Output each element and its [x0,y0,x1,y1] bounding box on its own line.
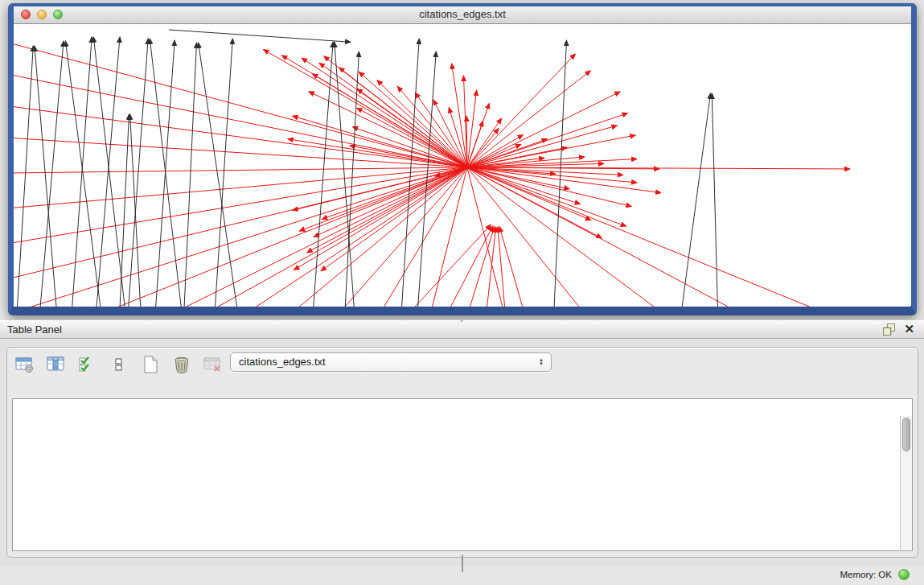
memory-status-indicator [898,569,910,580]
citation-edge-red[interactable] [309,92,467,167]
window-title: citations_edges.txt [14,6,911,23]
citation-edge-red[interactable] [467,167,708,307]
new-table-icon[interactable] [141,355,160,374]
citation-edge-red[interactable] [467,167,569,189]
citation-edge-red[interactable] [467,167,611,307]
minimize-window-button[interactable] [37,10,47,19]
memory-status-label: Memory: OK [840,570,892,579]
citation-edge-black[interactable] [214,39,232,307]
citation-edge-black[interactable] [127,39,148,307]
citation-edge-black[interactable] [553,40,566,307]
status-bar: Memory: OK [0,566,924,585]
citation-edge-red[interactable] [467,167,869,307]
citation-edge-red[interactable] [339,68,467,167]
citation-edge-black[interactable] [65,41,103,307]
citation-edge-black[interactable] [344,51,359,307]
citation-edge-red[interactable] [281,167,467,307]
dropdown-stepper-icon: ▲▼ [537,355,545,369]
delete-table-icon [203,355,223,374]
citation-edge-black[interactable] [119,114,129,307]
citation-edge-red[interactable] [467,167,581,204]
table-settings-icon[interactable] [15,355,35,374]
close-panel-icon[interactable]: ✕ [904,323,914,335]
table-panel-body: f(x) citations_edges.txt ▲▼ [0,339,924,566]
rows-icon[interactable] [109,355,129,374]
zoom-window-button[interactable] [53,10,63,19]
citation-edge-red[interactable] [88,167,467,307]
float-panel-icon[interactable] [883,323,894,335]
citation-edge-red[interactable] [153,167,467,307]
table-scrollbar[interactable] [900,416,912,550]
node-table-panel: f(x) citations_edges.txt ▲▼ [6,347,918,558]
citation-edge-black[interactable] [169,30,351,42]
citation-edge-red[interactable] [463,227,495,307]
citation-edge-red[interactable] [467,113,628,167]
traffic-lights [21,10,63,19]
citation-edge-red[interactable] [14,167,467,307]
node-table [12,398,913,551]
citation-edge-black[interactable] [712,93,718,307]
citation-edge-red[interactable] [415,93,467,167]
citation-edge-red[interactable] [14,167,467,295]
scrollbar-thumb[interactable] [902,418,910,451]
trash-icon[interactable] [172,355,191,374]
citation-edge-red[interactable] [14,25,467,167]
column-visibility-icon[interactable] [47,355,66,374]
citation-edge-red[interactable] [299,167,467,231]
citation-edge-red[interactable] [314,167,467,237]
citation-edge-red[interactable] [322,167,467,219]
citation-edge-red[interactable] [264,50,467,167]
table-panel-title: Table Panel [7,323,62,336]
table-panel-header: ⌃ Table Panel ✕ [0,320,924,339]
citation-edge-red[interactable] [467,92,620,167]
table-selector-value: citations_edges.txt [239,356,326,368]
citation-edge-black[interactable] [680,93,711,307]
citation-edge-red[interactable] [357,89,467,167]
citation-edge-black[interactable] [312,42,333,307]
window-titlebar[interactable]: citations_edges.txt [14,6,911,24]
panel-resize-grip[interactable]: ⌃ [457,321,466,325]
network-canvas[interactable] [14,24,910,307]
table-selector-dropdown[interactable]: citations_edges.txt ▲▼ [230,352,552,372]
citation-edge-red[interactable] [467,54,575,167]
citation-edge-black[interactable] [183,43,196,307]
table-toolbar: f(x) [15,353,259,376]
close-window-button[interactable] [21,10,31,19]
network-view-window: citations_edges.txt [8,3,917,315]
table-header-row [13,399,912,416]
citation-edge-black[interactable] [150,39,183,307]
citation-edge-red[interactable] [307,167,467,253]
citation-edge-black[interactable] [16,46,33,307]
citation-edge-red[interactable] [467,71,590,167]
row-selection-icon[interactable] [78,355,97,374]
citation-edge-red[interactable] [14,167,467,307]
